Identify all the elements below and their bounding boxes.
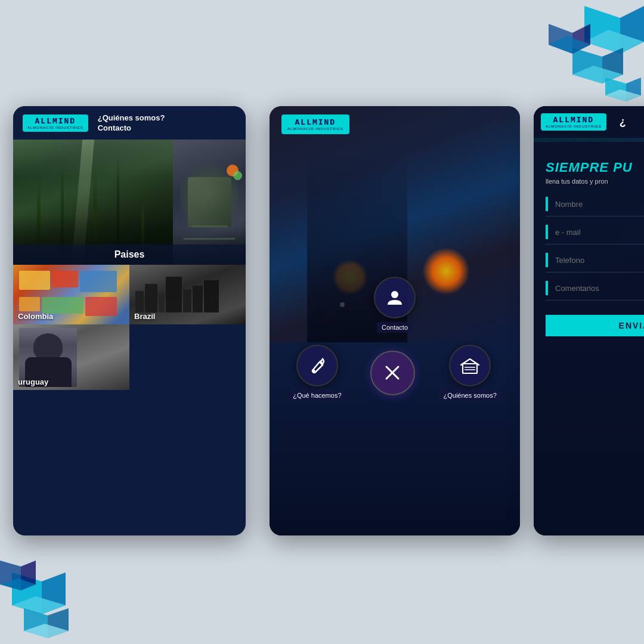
phone3-form-area: SIEMPRE PU llena tus datos y pron ENVIAR (534, 142, 644, 535)
phone2-header: AllMind ALMONACID INDUSTRIES (270, 106, 520, 143)
telefono-accent (546, 253, 548, 267)
grid-empty (129, 324, 246, 390)
email-input[interactable] (555, 228, 644, 237)
phone1-logo: AllMind ALMONACID INDUSTRIES (23, 114, 88, 132)
menu-middle-row: ¿Qué hacemos? ¿Q (288, 345, 501, 401)
country-brazil[interactable]: Brazil (129, 265, 246, 324)
phone-mockup-3: SIEMPRE PU llena tus datos y pron ENVIAR… (534, 106, 644, 535)
colombia-label: Colombia (18, 312, 53, 321)
phone2-logo-text: AllMind (295, 118, 336, 127)
comentarios-input[interactable] (555, 284, 644, 293)
phone1-logo-subtitle: ALMONACID INDUSTRIES (27, 126, 83, 129)
form-heading: SIEMPRE PU (546, 160, 644, 175)
svg-point-22 (312, 370, 315, 373)
uruguay-label: uruguay (18, 377, 48, 386)
decoration-cubes-top-right (513, 0, 644, 119)
quienessomos-label: ¿Quiénes somos? (439, 390, 501, 401)
menu-quehacemos-btn[interactable]: ¿Qué hacemos? (288, 345, 346, 401)
telefono-field (546, 253, 644, 273)
svg-rect-25 (463, 364, 477, 373)
phone3-logo-text: AllMind (553, 116, 595, 125)
close-menu-btn[interactable] (370, 351, 415, 395)
close-icon (382, 362, 403, 383)
country-colombia[interactable]: Colombia (13, 265, 129, 324)
form-subtext: llena tus datos y pron (546, 178, 644, 185)
wrench-icon (308, 357, 326, 374)
quehacemos-circle (296, 345, 338, 386)
phone2-menu: Contacto ¿Qué hacemos? (270, 106, 520, 535)
countries-grid: Colombia Brazil (13, 265, 246, 390)
phone3-logo: AllMind ALMONACID INDUSTRIES (541, 113, 606, 131)
nombre-input[interactable] (555, 200, 644, 209)
nombre-accent (546, 197, 548, 211)
telefono-input[interactable] (555, 256, 644, 265)
phone1-nav-contacto[interactable]: Contacto (98, 123, 165, 132)
phone1-nav: ¿Quiénes somos? Contacto (98, 113, 165, 132)
menu-contacto-btn[interactable]: Contacto (374, 277, 416, 333)
phone2-logo: AllMind ALMONACID INDUSTRIES (281, 114, 349, 134)
phone1-header: AllMind ALMONACID INDUSTRIES ¿Quiénes so… (13, 106, 246, 140)
email-field (546, 225, 644, 244)
brazil-label: Brazil (134, 312, 155, 321)
phone2-logo-subtitle: ALMONACID INDUSTRIES (287, 127, 343, 131)
contacto-circle (374, 277, 416, 318)
person-icon (385, 288, 404, 307)
comentarios-field (546, 281, 644, 301)
paises-label: Paises (13, 244, 246, 265)
decoration-cubes-bottom-left (0, 525, 95, 644)
phone1-nav-quienes[interactable]: ¿Quiénes somos? (98, 113, 165, 122)
phone1-hero-section: Paises (13, 140, 246, 265)
comentarios-accent (546, 281, 548, 295)
menu-quienessomos-btn[interactable]: ¿Quiénes somos? (439, 345, 501, 401)
phone3-header: AllMind ALMONACID INDUSTRIES ¿ (534, 106, 644, 138)
quienessomos-circle (449, 345, 491, 386)
phone1-bottom (13, 390, 246, 426)
garage-icon (460, 355, 480, 376)
phone3-nav-partial: ¿ (620, 116, 626, 128)
phone1-logo-text: AllMind (35, 117, 76, 126)
nombre-field (546, 197, 644, 216)
phone-mockup-1: AllMind ALMONACID INDUSTRIES ¿Quiénes so… (13, 106, 246, 535)
phone3-logo-subtitle: ALMONACID INDUSTRIES (546, 125, 602, 128)
email-accent (546, 225, 548, 239)
country-uruguay[interactable]: uruguay (13, 324, 129, 390)
contacto-label: Contacto (377, 322, 413, 333)
quehacemos-label: ¿Qué hacemos? (288, 390, 346, 401)
phone-mockup-2: AllMind ALMONACID INDUSTRIES Contacto (270, 106, 520, 535)
svg-point-21 (391, 291, 398, 298)
enviar-button[interactable]: ENVIAR (546, 315, 644, 336)
